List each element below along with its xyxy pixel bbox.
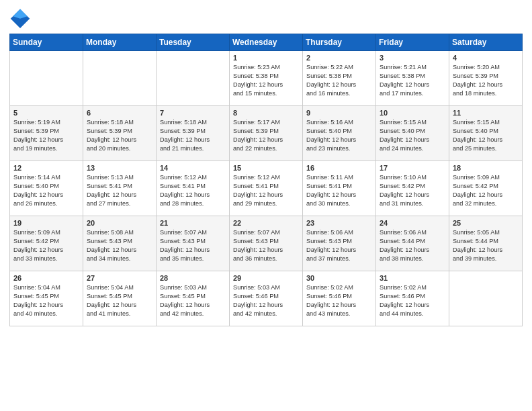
page: SundayMondayTuesdayWednesdayThursdayFrid… [0, 0, 532, 411]
weekday-header-monday: Monday [83, 34, 157, 51]
day-number: 16 [306, 164, 372, 172]
day-number: 27 [87, 274, 152, 282]
day-info: Sunrise: 5:17 AM Sunset: 5:39 PM Dayligh… [233, 118, 299, 153]
calendar-day-22: 22Sunrise: 5:07 AM Sunset: 5:43 PM Dayli… [230, 216, 303, 271]
calendar-day-26: 26Sunrise: 5:04 AM Sunset: 5:45 PM Dayli… [10, 271, 83, 326]
day-info: Sunrise: 5:19 AM Sunset: 5:39 PM Dayligh… [13, 118, 79, 153]
calendar-day-12: 12Sunrise: 5:14 AM Sunset: 5:40 PM Dayli… [10, 161, 83, 216]
calendar-day-14: 14Sunrise: 5:12 AM Sunset: 5:41 PM Dayli… [157, 161, 230, 216]
day-number: 18 [453, 164, 519, 172]
calendar-week-1: 1Sunrise: 5:23 AM Sunset: 5:38 PM Daylig… [10, 51, 523, 106]
day-number: 3 [380, 54, 445, 62]
day-number: 13 [87, 164, 152, 172]
calendar-day-15: 15Sunrise: 5:12 AM Sunset: 5:41 PM Dayli… [230, 161, 303, 216]
day-info: Sunrise: 5:15 AM Sunset: 5:40 PM Dayligh… [380, 118, 445, 153]
day-number: 25 [453, 219, 519, 227]
day-info: Sunrise: 5:03 AM Sunset: 5:45 PM Dayligh… [160, 283, 226, 318]
calendar-day-28: 28Sunrise: 5:03 AM Sunset: 5:45 PM Dayli… [157, 271, 230, 326]
logo-icon [9, 7, 31, 28]
day-info: Sunrise: 5:20 AM Sunset: 5:39 PM Dayligh… [453, 63, 519, 98]
weekday-header-friday: Friday [376, 34, 449, 51]
calendar-day-3: 3Sunrise: 5:21 AM Sunset: 5:38 PM Daylig… [376, 51, 449, 106]
day-info: Sunrise: 5:18 AM Sunset: 5:39 PM Dayligh… [160, 118, 226, 153]
calendar-day-23: 23Sunrise: 5:06 AM Sunset: 5:43 PM Dayli… [303, 216, 376, 271]
day-number: 28 [160, 274, 226, 282]
calendar-day-1: 1Sunrise: 5:23 AM Sunset: 5:38 PM Daylig… [230, 51, 303, 106]
day-number: 29 [233, 274, 299, 282]
empty-cell [449, 271, 523, 326]
day-info: Sunrise: 5:09 AM Sunset: 5:42 PM Dayligh… [453, 173, 519, 208]
day-number: 26 [13, 274, 79, 282]
day-number: 21 [160, 219, 226, 227]
day-number: 17 [380, 164, 445, 172]
day-info: Sunrise: 5:09 AM Sunset: 5:42 PM Dayligh… [13, 228, 79, 263]
day-info: Sunrise: 5:04 AM Sunset: 5:45 PM Dayligh… [87, 283, 152, 318]
day-info: Sunrise: 5:04 AM Sunset: 5:45 PM Dayligh… [13, 283, 79, 318]
day-info: Sunrise: 5:08 AM Sunset: 5:43 PM Dayligh… [87, 228, 152, 263]
calendar-day-9: 9Sunrise: 5:16 AM Sunset: 5:40 PM Daylig… [303, 106, 376, 161]
day-number: 5 [13, 109, 79, 117]
day-number: 10 [380, 109, 445, 117]
calendar-day-19: 19Sunrise: 5:09 AM Sunset: 5:42 PM Dayli… [10, 216, 83, 271]
weekday-header-tuesday: Tuesday [157, 34, 230, 51]
calendar-day-29: 29Sunrise: 5:03 AM Sunset: 5:46 PM Dayli… [230, 271, 303, 326]
day-number: 31 [380, 274, 445, 282]
day-number: 11 [453, 109, 519, 117]
weekday-header-sunday: Sunday [10, 34, 83, 51]
calendar-day-2: 2Sunrise: 5:22 AM Sunset: 5:38 PM Daylig… [303, 51, 376, 106]
day-number: 12 [13, 164, 79, 172]
calendar-day-20: 20Sunrise: 5:08 AM Sunset: 5:43 PM Dayli… [83, 216, 157, 271]
calendar-day-27: 27Sunrise: 5:04 AM Sunset: 5:45 PM Dayli… [83, 271, 157, 326]
day-info: Sunrise: 5:21 AM Sunset: 5:38 PM Dayligh… [380, 63, 445, 98]
day-info: Sunrise: 5:07 AM Sunset: 5:43 PM Dayligh… [233, 228, 299, 263]
day-number: 30 [306, 274, 372, 282]
day-info: Sunrise: 5:12 AM Sunset: 5:41 PM Dayligh… [233, 173, 299, 208]
empty-cell [83, 51, 157, 106]
day-info: Sunrise: 5:06 AM Sunset: 5:44 PM Dayligh… [380, 228, 445, 263]
day-info: Sunrise: 5:07 AM Sunset: 5:43 PM Dayligh… [160, 228, 226, 263]
day-number: 6 [87, 109, 152, 117]
day-info: Sunrise: 5:16 AM Sunset: 5:40 PM Dayligh… [306, 118, 372, 153]
calendar-week-5: 26Sunrise: 5:04 AM Sunset: 5:45 PM Dayli… [10, 271, 523, 326]
day-info: Sunrise: 5:02 AM Sunset: 5:46 PM Dayligh… [380, 283, 445, 318]
day-number: 1 [233, 54, 299, 62]
calendar-day-10: 10Sunrise: 5:15 AM Sunset: 5:40 PM Dayli… [376, 106, 449, 161]
day-info: Sunrise: 5:14 AM Sunset: 5:40 PM Dayligh… [13, 173, 79, 208]
calendar-day-25: 25Sunrise: 5:05 AM Sunset: 5:44 PM Dayli… [449, 216, 523, 271]
calendar-day-21: 21Sunrise: 5:07 AM Sunset: 5:43 PM Dayli… [157, 216, 230, 271]
day-info: Sunrise: 5:22 AM Sunset: 5:38 PM Dayligh… [306, 63, 372, 98]
day-number: 4 [453, 54, 519, 62]
day-info: Sunrise: 5:18 AM Sunset: 5:39 PM Dayligh… [87, 118, 152, 153]
calendar-week-3: 12Sunrise: 5:14 AM Sunset: 5:40 PM Dayli… [10, 161, 523, 216]
day-number: 8 [233, 109, 299, 117]
weekday-header-thursday: Thursday [303, 34, 376, 51]
calendar-day-13: 13Sunrise: 5:13 AM Sunset: 5:41 PM Dayli… [83, 161, 157, 216]
day-info: Sunrise: 5:15 AM Sunset: 5:40 PM Dayligh… [453, 118, 519, 153]
calendar-day-8: 8Sunrise: 5:17 AM Sunset: 5:39 PM Daylig… [230, 106, 303, 161]
day-info: Sunrise: 5:06 AM Sunset: 5:43 PM Dayligh… [306, 228, 372, 263]
day-info: Sunrise: 5:02 AM Sunset: 5:46 PM Dayligh… [306, 283, 372, 318]
calendar-day-24: 24Sunrise: 5:06 AM Sunset: 5:44 PM Dayli… [376, 216, 449, 271]
empty-cell [157, 51, 230, 106]
calendar-week-2: 5Sunrise: 5:19 AM Sunset: 5:39 PM Daylig… [10, 106, 523, 161]
calendar-day-7: 7Sunrise: 5:18 AM Sunset: 5:39 PM Daylig… [157, 106, 230, 161]
day-info: Sunrise: 5:12 AM Sunset: 5:41 PM Dayligh… [160, 173, 226, 208]
day-info: Sunrise: 5:13 AM Sunset: 5:41 PM Dayligh… [87, 173, 152, 208]
calendar-day-16: 16Sunrise: 5:11 AM Sunset: 5:41 PM Dayli… [303, 161, 376, 216]
day-number: 14 [160, 164, 226, 172]
calendar-week-4: 19Sunrise: 5:09 AM Sunset: 5:42 PM Dayli… [10, 216, 523, 271]
empty-cell [10, 51, 83, 106]
calendar-day-30: 30Sunrise: 5:02 AM Sunset: 5:46 PM Dayli… [303, 271, 376, 326]
day-number: 20 [87, 219, 152, 227]
day-info: Sunrise: 5:10 AM Sunset: 5:42 PM Dayligh… [380, 173, 445, 208]
logo [9, 7, 34, 28]
calendar-day-6: 6Sunrise: 5:18 AM Sunset: 5:39 PM Daylig… [83, 106, 157, 161]
day-number: 24 [380, 219, 445, 227]
day-info: Sunrise: 5:05 AM Sunset: 5:44 PM Dayligh… [453, 228, 519, 263]
calendar-day-17: 17Sunrise: 5:10 AM Sunset: 5:42 PM Dayli… [376, 161, 449, 216]
day-info: Sunrise: 5:23 AM Sunset: 5:38 PM Dayligh… [233, 63, 299, 98]
day-number: 22 [233, 219, 299, 227]
header [9, 7, 523, 28]
calendar-day-5: 5Sunrise: 5:19 AM Sunset: 5:39 PM Daylig… [10, 106, 83, 161]
weekday-header-row: SundayMondayTuesdayWednesdayThursdayFrid… [10, 34, 523, 51]
